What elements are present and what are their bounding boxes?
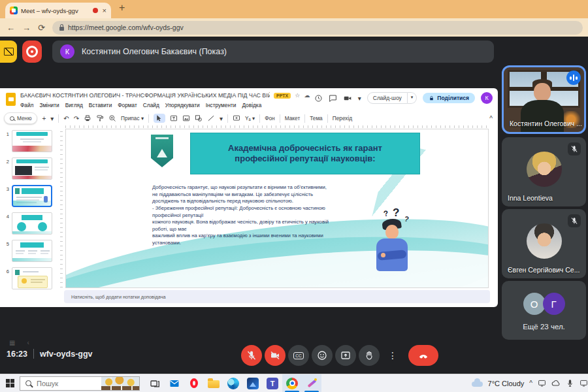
filmstrip-row[interactable]: 2	[3, 157, 59, 180]
raise-hand-button[interactable]	[359, 345, 380, 366]
filmstrip-row-selected[interactable]: 3	[3, 185, 59, 207]
reactions-button[interactable]	[312, 345, 333, 366]
filmstrip-row[interactable]: 6	[3, 267, 59, 289]
textbox-icon[interactable]	[170, 114, 178, 122]
tray-expand-icon[interactable]: ^	[529, 380, 532, 387]
toolbar-menu-search[interactable]: Меню	[4, 112, 37, 124]
taskbar-app-mail[interactable]	[165, 374, 184, 392]
menu-view[interactable]: Вигляд	[65, 102, 83, 108]
back-icon[interactable]: ←	[7, 23, 15, 33]
grid-view-icon[interactable]: ▦	[9, 339, 15, 346]
menu-arrange[interactable]: Упорядкувати	[165, 102, 200, 108]
speaker-notes-bar[interactable]: Натисніть, щоб додати нотатки доповідача	[64, 290, 490, 303]
menu-slide[interactable]: Слайд	[143, 102, 159, 108]
search-input[interactable]	[35, 379, 94, 388]
url-field[interactable]: https://meet.google.com/wfv-oyds-ggv	[52, 21, 583, 35]
more-options-button[interactable]: ⋮	[382, 345, 403, 366]
slide-thumbnail-1[interactable]	[12, 130, 52, 152]
history-icon[interactable]	[314, 94, 323, 103]
display-tray-icon[interactable]	[538, 378, 546, 388]
mic-toggle-button[interactable]	[241, 345, 262, 366]
slide-thumbnail-3-selected[interactable]	[12, 185, 52, 207]
menu-insert[interactable]: Вставити	[89, 102, 112, 108]
microphone-tray-icon[interactable]	[566, 378, 574, 388]
slide-thumbnail-6[interactable]	[12, 267, 52, 289]
paint-format-icon[interactable]	[96, 114, 104, 122]
clipped-tray-icon[interactable]	[580, 378, 588, 388]
shapes-icon[interactable]	[195, 114, 203, 122]
videocam-icon[interactable]	[343, 94, 352, 103]
slide-body-text[interactable]: Доброчесність гарантує, що наукові резул…	[152, 184, 389, 247]
browser-tab[interactable]: Meet – wfv-oyds-ggv ×	[5, 3, 111, 18]
start-button[interactable]	[0, 374, 20, 392]
slide-thumbnail-5[interactable]	[12, 240, 52, 262]
end-call-button[interactable]	[408, 345, 438, 366]
menu-file[interactable]: Файл	[20, 102, 33, 108]
presenter-banner[interactable]: К Костянтин Олегович Бакаєвич (Показ)	[52, 41, 494, 63]
participant-tile[interactable]: Inna Leontieva	[502, 137, 586, 206]
snap-dropdown[interactable]: Припас ▾	[121, 115, 144, 122]
redo-icon[interactable]: ↷	[74, 115, 79, 122]
taskbar-app-photos[interactable]	[243, 374, 263, 392]
line-icon[interactable]	[207, 114, 215, 122]
line-caret-icon[interactable]: ▾	[220, 115, 223, 122]
taskbar-app-opera[interactable]	[184, 374, 204, 392]
camera-toggle-button[interactable]	[265, 345, 286, 366]
theme-button[interactable]: Тема	[310, 115, 323, 122]
transition-button[interactable]: Перехід	[333, 115, 352, 122]
search-highlight-image[interactable]	[101, 377, 139, 391]
taskbar-app-chrome-active[interactable]	[282, 374, 302, 392]
callout-icon[interactable]	[233, 114, 240, 122]
account-avatar[interactable]: К	[481, 92, 493, 104]
presentation-stats-icon[interactable]	[0, 41, 17, 63]
collapse-filmstrip-icon[interactable]: ‹	[27, 339, 29, 346]
slideshow-button[interactable]: Слайд-шоу	[367, 92, 408, 104]
menu-help[interactable]: Довідка	[242, 102, 261, 108]
image-icon[interactable]	[182, 114, 190, 122]
collapse-toolbar-icon[interactable]: ^	[489, 115, 493, 122]
select-tool-active[interactable]	[154, 114, 165, 123]
taskbar-app-paint-active[interactable]	[302, 374, 321, 392]
more-participants-tile[interactable]: О Г Ещё 23 чел.	[502, 281, 586, 340]
forward-icon[interactable]: →	[22, 23, 31, 33]
participant-tile[interactable]: Євген Сергійович Се...	[502, 209, 586, 278]
print-icon[interactable]	[84, 114, 91, 122]
tab-close-icon[interactable]: ×	[101, 7, 106, 14]
star-icon[interactable]: ☆	[295, 92, 300, 99]
filmstrip-row[interactable]: 5	[3, 240, 59, 262]
slideshow-caret-icon[interactable]: ▾	[408, 92, 417, 104]
slide-canvas[interactable]: Академічна доброчесність як гарант профе…	[65, 129, 489, 288]
background-button[interactable]: Фон	[265, 115, 275, 122]
menu-format[interactable]: Формат	[118, 102, 137, 108]
reload-icon[interactable]: ⟳	[38, 23, 45, 33]
new-tab-button[interactable]: +	[119, 2, 125, 14]
menu-tools[interactable]: Інструменти	[206, 102, 237, 108]
participant-tile-presenter[interactable]: Костянтин Олегович ...	[502, 65, 586, 134]
taskbar-app-edge[interactable]	[223, 374, 243, 392]
menu-edit[interactable]: Змінити	[39, 102, 59, 108]
onedrive-tray-icon[interactable]	[551, 378, 561, 388]
taskbar-search-box[interactable]	[20, 376, 140, 391]
undo-icon[interactable]: ↶	[63, 115, 69, 122]
videocam-caret-icon[interactable]: ▾	[358, 95, 361, 102]
slide-thumbnail-4[interactable]	[12, 212, 52, 235]
layout-button[interactable]: Макет	[285, 115, 300, 122]
add-slide-icon[interactable]: +	[42, 115, 46, 122]
captions-button[interactable]: CC	[288, 345, 309, 366]
taskbar-app-explorer[interactable]	[204, 374, 223, 392]
document-title[interactable]: БАКАЄВИЧ КОСТЯНТИН ОЛЕГОВИЧ - ТРАНСФОРМА…	[20, 92, 270, 99]
zoom-icon[interactable]	[108, 114, 116, 122]
comments-icon[interactable]	[329, 94, 337, 103]
filmstrip-row[interactable]: 1	[3, 130, 59, 152]
filmstrip-row[interactable]: 4	[3, 212, 59, 235]
slide-thumbnail-2[interactable]	[12, 157, 52, 180]
recording-button[interactable]	[22, 41, 42, 63]
text-options-dropdown[interactable]: Yₐ ▾	[245, 115, 255, 122]
task-view-button[interactable]	[145, 374, 165, 392]
slide-title[interactable]: Академічна доброчесність як гарант профе…	[190, 133, 420, 174]
add-slide-caret-icon[interactable]: ▾	[50, 115, 54, 122]
share-button[interactable]: Поділитися	[423, 93, 475, 103]
weather-text[interactable]: 7°C Cloudy	[488, 380, 525, 387]
present-button[interactable]	[335, 345, 356, 366]
taskbar-app-teams[interactable]: T	[263, 374, 282, 392]
